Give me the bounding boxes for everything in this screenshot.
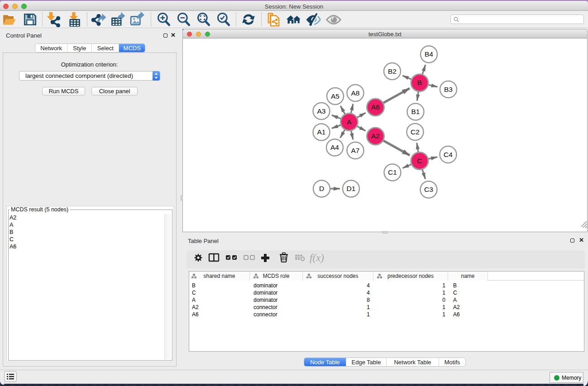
svg-text:B1: B1 — [411, 108, 420, 115]
svg-text:A3: A3 — [317, 107, 326, 115]
svg-text:A: A — [347, 118, 352, 126]
svg-text:C1: C1 — [388, 168, 397, 176]
svg-text:A8: A8 — [351, 89, 360, 97]
svg-text:C2: C2 — [411, 128, 420, 136]
svg-text:A7: A7 — [351, 147, 360, 154]
svg-text:C3: C3 — [424, 186, 433, 193]
svg-text:f(x): f(x) — [310, 252, 324, 263]
svg-text:D: D — [319, 185, 324, 192]
svg-text:A2: A2 — [371, 132, 380, 140]
svg-text:B3: B3 — [444, 86, 453, 93]
svg-text:A4: A4 — [330, 143, 339, 151]
svg-text:C4: C4 — [444, 151, 453, 158]
svg-text:D1: D1 — [347, 185, 356, 192]
svg-text:A5: A5 — [331, 92, 339, 100]
svg-text:A6: A6 — [371, 103, 380, 111]
svg-text:B2: B2 — [388, 67, 397, 75]
svg-text:B: B — [417, 79, 422, 86]
svg-text:C: C — [417, 157, 422, 165]
svg-text:A1: A1 — [317, 128, 326, 136]
svg-text:B4: B4 — [425, 50, 433, 58]
